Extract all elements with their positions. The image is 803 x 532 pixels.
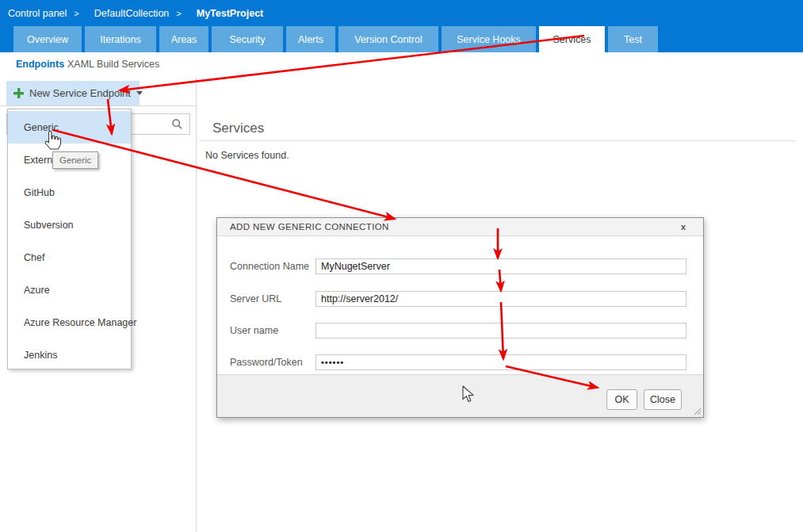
dialog-title: ADD NEW GENERIC CONNECTION [217,218,703,236]
tab-iterations[interactable]: Iterations [85,26,156,52]
menu-item-github[interactable]: GitHub [8,176,131,209]
close-icon[interactable]: x [681,220,686,233]
menu-item-azure[interactable]: Azure [8,274,131,306]
menu-item-chef[interactable]: Chef [8,241,131,274]
password-token-key-field[interactable] [315,354,686,370]
heading-divider [200,140,796,141]
user-name-field[interactable] [315,323,686,339]
menu-item-azure-resource-manager[interactable]: Azure Resource Manager [8,306,131,339]
breadcrumb-project[interactable]: MyTestProject [197,8,264,19]
tab-areas[interactable]: Areas [159,26,208,52]
search-icon[interactable] [172,119,182,129]
top-bar: Control panel > DefaultCollection > MyTe… [0,0,803,26]
tab-service-hooks[interactable]: Service Hooks [442,26,536,52]
close-button[interactable]: Close [644,389,682,410]
user-name-label: User name [230,323,314,339]
page-title: Services [212,121,264,136]
resize-grip-icon[interactable] [692,406,702,415]
server-url-label: Server URL [230,291,314,308]
new-service-endpoint-label: New Service Endpoint [29,87,131,99]
connection-name-field[interactable] [315,258,686,274]
new-service-endpoint-button[interactable]: New Service Endpoint [6,81,140,105]
tab-bar: Overview Iterations Areas Security Alert… [0,26,803,52]
tooltip: Generic [52,151,98,169]
menu-item-generic[interactable]: Generic [8,111,131,144]
page: Control panel > DefaultCollection > MyTe… [0,0,803,532]
tab-security[interactable]: Security [212,26,283,52]
sub-nav: Endpoints XAML Build Services [0,52,803,76]
plus-icon [13,88,24,98]
connection-name-label: Connection Name [230,258,314,275]
server-url-field[interactable] [315,291,686,307]
breadcrumb-control-panel[interactable]: Control panel [8,8,67,19]
left-toolbar: New Service Endpoint [0,81,196,106]
breadcrumb-collection[interactable]: DefaultCollection [94,8,170,19]
tab-version-control[interactable]: Version Control [338,26,438,52]
breadcrumb-separator-icon: > [74,9,78,18]
subnav-xaml-build-services[interactable]: XAML Build Services [67,59,159,70]
chevron-down-icon [136,91,143,95]
ok-button[interactable]: OK [606,389,637,410]
empty-state-message: No Services found. [205,150,289,161]
tab-services[interactable]: Services [539,26,605,52]
menu-item-jenkins[interactable]: Jenkins [8,339,131,371]
breadcrumb-separator-icon: > [176,9,181,18]
tab-test[interactable]: Test [608,26,658,52]
tab-overview[interactable]: Overview [13,26,82,52]
service-endpoint-dropdown-menu: Generic External Git GitHub Subversion C… [7,109,132,369]
subnav-endpoints[interactable]: Endpoints [16,59,64,70]
menu-item-subversion[interactable]: Subversion [8,209,131,241]
add-generic-connection-dialog: ADD NEW GENERIC CONNECTION x Connection … [216,217,704,418]
tab-alerts[interactable]: Alerts [286,26,335,52]
panel-divider [196,77,197,532]
